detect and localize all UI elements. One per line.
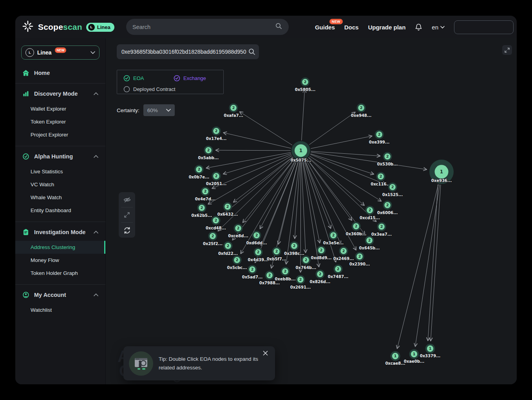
graph-node-0xafa7[interactable]: 20xafa7... — [224, 104, 243, 118]
filter-option-eoa[interactable]: EOA — [123, 75, 174, 82]
search-input[interactable]: Search — [126, 19, 289, 35]
graph-edge — [311, 152, 427, 169]
node-address-label: 0xd6dd... — [246, 241, 267, 245]
sidebar-nav: HomeDiscovery ModeWallet ExplorerToken E… — [15, 64, 105, 320]
certainty-dropdown[interactable]: 60% — [143, 104, 175, 116]
graph-node-0x530b[interactable]: 20x530b... — [377, 152, 398, 167]
nav-upgrade-plan[interactable]: Upgrade plan — [368, 24, 405, 31]
node-count: 2 — [251, 267, 254, 271]
graph-node-0x2469[interactable]: 20x2469... — [333, 247, 354, 261]
brand-logo[interactable]: Scopescan L Linea — [15, 20, 114, 34]
graph-node-0x5cbc[interactable]: 20x5cbc... — [227, 256, 247, 270]
graph-node-0x7487[interactable]: 20x7487... — [328, 265, 349, 279]
fullscreen-button[interactable] — [502, 45, 512, 55]
sidebar-item-token-explorer[interactable]: Token Explorer — [15, 115, 105, 128]
sidebar-item-entity-dashboard[interactable]: Entity Dashboard — [15, 204, 105, 217]
filter-option-deployed-contract[interactable]: Deployed Contract — [123, 86, 176, 93]
sidebar-item-home[interactable]: Home — [15, 64, 105, 82]
graph-node-0xcae8[interactable]: 10xcae8... — [385, 351, 405, 366]
address-search-input[interactable]: 0xe93685f3bba03016f02bd1828badd6195988d9… — [117, 44, 259, 59]
graph-node-0xe936[interactable]: 10xe936... — [429, 160, 454, 184]
account-button[interactable] — [454, 20, 514, 34]
node-address-label: 0x3ea7... — [371, 232, 392, 236]
graph-node-0xb5f7[interactable]: 20xb5f7... — [267, 247, 286, 262]
graph-node-0x3e5e[interactable]: 20x3e5e... — [323, 231, 344, 245]
node-address-label: 0x530b... — [377, 162, 398, 166]
sidebar-item-live-statistics[interactable]: Live Statistics — [15, 165, 105, 178]
sidebar-network-selector[interactable]: L Linea NEW — [21, 45, 100, 60]
node-address-label: 0x0b7e... — [189, 175, 210, 179]
tip-illustration — [129, 351, 153, 376]
filter-panel: EOAExchange Deployed Contract — [117, 70, 224, 94]
graph-node-0xe948[interactable]: 20xe948... — [351, 104, 371, 118]
graph-node-0x5075[interactable]: 10x5075... — [291, 141, 311, 162]
node-address-label: 0x2691... — [290, 285, 311, 289]
graph-node-0x4d39[interactable]: 20x4d39... — [248, 248, 269, 262]
graph-node-0x4e7d[interactable]: 20x4e7d... — [195, 187, 216, 202]
node-count: 2 — [299, 277, 302, 282]
node-address-label: 0xcd15... — [360, 216, 380, 220]
graph-edge — [311, 136, 372, 149]
graph-node-0x5805[interactable]: 20x5805... — [295, 78, 316, 92]
node-count: 2 — [237, 226, 240, 230]
node-count: 2 — [319, 272, 322, 276]
node-address-label: 0x3e5e... — [323, 241, 344, 245]
node-count: 2 — [368, 238, 371, 242]
graph-edge — [397, 184, 438, 349]
sidebar-item-project-explorer[interactable]: Project Explorer — [15, 128, 105, 141]
graph-node-0x5abb[interactable]: 20x5abb... — [198, 146, 219, 160]
graph-node-0x826d[interactable]: 20x826d... — [310, 270, 331, 284]
node-address-label: 0xe948... — [351, 113, 371, 118]
refresh-button[interactable] — [119, 223, 135, 238]
node-address-label: 0xcd48... — [206, 226, 226, 230]
tip-close-button[interactable] — [261, 350, 270, 357]
graph-canvas[interactable]: 10x5075...10xe936...10xcae8...10xae0b...… — [106, 38, 517, 384]
nav-guides[interactable]: GuidesNEW — [315, 24, 335, 31]
sidebar-item-discovery-mode[interactable]: Discovery Mode — [15, 85, 105, 102]
expand-button[interactable] — [119, 207, 135, 222]
sidebar-item-money-flow[interactable]: Money Flow — [15, 254, 105, 267]
graph-node-0x6432[interactable]: 20x6432... — [217, 202, 238, 217]
node-count: 2 — [360, 105, 363, 110]
graph-edge — [310, 155, 386, 185]
graph-node-0x360b[interactable]: 20x360b... — [346, 222, 367, 236]
sidebar-item-vc-watch[interactable]: VC Watch — [15, 178, 105, 191]
node-address-label: 0x2469... — [333, 256, 354, 261]
language-selector[interactable]: en — [432, 24, 445, 31]
graph-node-0x3379[interactable]: 10x3379... — [420, 344, 441, 358]
sidebar-item-watchlist[interactable]: Watchlist — [15, 304, 105, 316]
target-icon — [22, 153, 29, 160]
graph-node-0xd8d9[interactable]: 20xd8d9... — [311, 246, 331, 260]
graph-node-0x0b7e[interactable]: 20x0b7e... — [189, 165, 210, 180]
graph-node-0x62b5[interactable]: 20x62b5... — [192, 204, 212, 218]
notification-bell-button[interactable] — [415, 23, 422, 31]
sidebar: L Linea NEW HomeDiscovery ModeWallet Exp… — [15, 38, 106, 384]
node-count: 2 — [257, 250, 260, 254]
expand-icon — [123, 211, 130, 218]
node-count: 2 — [358, 254, 361, 258]
sidebar-item-my-account[interactable]: My Account — [15, 286, 105, 304]
sidebar-item-address-clustering[interactable]: Address Clustering — [15, 241, 105, 254]
sidebar-item-whale-watch[interactable]: Whale Watch — [15, 191, 105, 204]
nav-docs[interactable]: Docs — [344, 24, 359, 31]
node-count: 2 — [236, 258, 239, 262]
sidebar-item-investigation-mode[interactable]: Investigation Mode — [15, 224, 105, 241]
graph-node-0xeb8b[interactable]: 20xeb8b... — [275, 267, 296, 282]
sidebar-item-token-holder-graph[interactable]: Token Holder Graph — [15, 267, 105, 280]
node-count: 2 — [255, 233, 258, 237]
graph-node-0x398c[interactable]: 20x398c... — [284, 242, 304, 256]
sidebar-item-alpha-hunting[interactable]: Alpha Hunting — [15, 148, 105, 165]
graph-node-0xe399[interactable]: 20xe399... — [369, 130, 389, 145]
hide-labels-button[interactable] — [119, 192, 135, 207]
graph-node-0xce8d[interactable]: 20xce8d... — [228, 224, 248, 238]
node-count: 2 — [380, 224, 383, 229]
graph-node-0x25f2[interactable]: 20x25f2... — [203, 232, 223, 246]
graph-node-0x645b[interactable]: 20x645b... — [359, 236, 380, 251]
graph-node-0x3ea7[interactable]: 20x3ea7... — [371, 222, 392, 237]
graph-node-0x17e4[interactable]: 20x17e4... — [206, 127, 226, 141]
graph-node-0xd6dd[interactable]: 20xd6dd... — [246, 231, 267, 245]
filter-option-exchange[interactable]: Exchange — [174, 75, 206, 82]
sidebar-item-wallet-explorer[interactable]: Wallet Explorer — [15, 102, 105, 115]
graph-node-0xcd48[interactable]: 20xcd48... — [206, 216, 226, 231]
graph-node-0x6006[interactable]: 20x6006... — [377, 201, 398, 215]
